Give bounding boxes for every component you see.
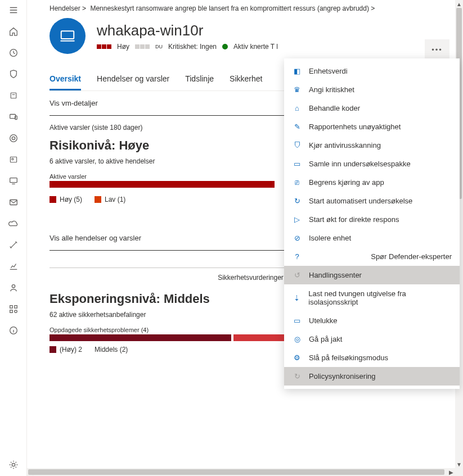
legend-color-low <box>95 196 101 203</box>
status-dot-icon <box>222 44 228 49</box>
menu-label: Last ned tvungen utgivelse fra isolasjon… <box>308 289 452 306</box>
legend-high: Høy (5) <box>60 196 82 203</box>
risk-indicator <box>97 44 111 49</box>
breadcrumb-item[interactable]: Hendelser > <box>50 4 86 12</box>
device-status-line: Høy DU Kritiskhet: Ingen Aktiv knerte T … <box>97 43 278 51</box>
settings-icon[interactable] <box>8 459 19 470</box>
svg-rect-1 <box>11 93 16 98</box>
play-icon: ▷ <box>292 215 302 224</box>
scroll-down-icon[interactable]: ▼ <box>455 460 463 468</box>
main-content: Hendelser > Menneskestyrt ransomware ang… <box>27 0 463 476</box>
crown-icon: ♛ <box>292 85 302 94</box>
sliders-icon: ⚙ <box>292 353 302 362</box>
devices-icon[interactable] <box>8 111 19 123</box>
apps-icon[interactable] <box>8 303 19 315</box>
package-icon[interactable] <box>8 90 19 101</box>
exposure-bar <box>50 334 291 341</box>
menu-label: Start automatisert undersøkelse <box>309 197 412 205</box>
menu-exclude[interactable]: ▭Utelukke <box>284 311 460 330</box>
breadcrumb-item[interactable]: Menneskestyrt ransomware angrep ble lans… <box>90 4 375 12</box>
device-name: whakapa-win10r <box>97 22 278 39</box>
question-icon: ? <box>292 252 302 261</box>
endpoint-icon[interactable] <box>8 175 19 187</box>
shield-icon[interactable] <box>8 69 19 80</box>
alerts-bar <box>50 181 275 188</box>
contact-icon[interactable] <box>8 154 19 165</box>
more-actions-button[interactable]: ••• <box>425 39 449 60</box>
svg-point-7 <box>11 158 13 160</box>
hamburger-icon[interactable] <box>8 4 19 16</box>
menu-troubleshoot-mode[interactable]: ⚙Slå på feilsøkingsmodus <box>284 348 460 367</box>
scroll-up-icon[interactable]: ▲ <box>455 0 463 8</box>
chart-icon[interactable] <box>8 261 19 272</box>
menu-action-center[interactable]: ↺Handlingssenter <box>284 266 460 284</box>
info-icon[interactable] <box>8 325 19 336</box>
menu-run-av-scan[interactable]: ⛉Kjør antivirusskanning <box>284 136 460 155</box>
legend-low: Lav (1) <box>105 196 125 203</box>
svg-rect-11 <box>10 306 12 309</box>
menu-device-value[interactable]: ◧Enhetsverdi <box>284 62 460 80</box>
exposure-legend-a: (Høy) 2 <box>60 346 82 353</box>
value-icon: ◧ <box>292 67 302 75</box>
svg-point-4 <box>10 135 17 142</box>
risk-label: Høy <box>117 43 129 51</box>
menu-report-inaccuracy[interactable]: ✎Rapportenhets unøyaktighet <box>284 117 460 136</box>
menu-manage-tags[interactable]: ⌂Behandle koder <box>284 99 460 117</box>
menu-set-criticality[interactable]: ♛Angi kritiskhet <box>284 80 460 99</box>
svg-rect-13 <box>10 310 12 313</box>
tab-events[interactable]: Hendelser og varsler <box>97 70 169 90</box>
tab-overview[interactable]: Oversikt <box>50 70 81 90</box>
menu-collect-package[interactable]: ▭Samle inn undersøkelsespakke <box>284 155 460 173</box>
menu-label: Gå på jakt <box>309 335 342 343</box>
menu-start-investigation[interactable]: ↻Start automatisert undersøkelse <box>284 192 460 210</box>
menu-live-response[interactable]: ▷Start økt for direkte respons <box>284 210 460 229</box>
status-text: Aktiv knerte T l <box>233 43 278 51</box>
sync-icon: ↻ <box>292 372 302 380</box>
menu-policy-sync[interactable]: ↻Policysynkronisering <box>284 367 460 386</box>
home-icon[interactable] <box>8 26 19 37</box>
svg-point-16 <box>12 463 15 466</box>
horizontal-scrollbar[interactable]: ◀ ▶ <box>27 468 455 476</box>
left-nav <box>0 0 27 476</box>
scroll-right-icon[interactable]: ▶ <box>447 468 455 476</box>
wand-icon[interactable] <box>8 239 19 251</box>
shield-icon: ⛉ <box>292 141 302 149</box>
menu-label: Begrens kjøring av app <box>309 178 384 187</box>
report-icon: ✎ <box>292 123 302 131</box>
menu-label: Slå på feilsøkingsmodus <box>309 353 388 362</box>
package-icon: ▭ <box>292 160 302 168</box>
user-icon[interactable] <box>8 282 19 293</box>
mail-icon[interactable] <box>8 197 19 208</box>
clock-icon[interactable] <box>8 47 19 58</box>
svg-rect-17 <box>61 31 74 39</box>
menu-go-hunt[interactable]: ◎Gå på jakt <box>284 330 460 348</box>
menu-ask-experts[interactable]: ?Spør Defender-eksperter <box>284 247 460 266</box>
menu-label: Start økt for direkte respons <box>309 215 399 224</box>
menu-label: Policysynkronisering <box>309 372 376 380</box>
tab-security[interactable]: Sikkerhet <box>230 70 262 90</box>
actions-dropdown: ◧Enhetsverdi ♛Angi kritiskhet ⌂Behandle … <box>284 58 460 389</box>
breadcrumb[interactable]: Hendelser > Menneskestyrt ransomware ang… <box>50 4 452 12</box>
menu-label: Kjør antivirusskanning <box>309 141 381 149</box>
svg-point-10 <box>12 285 15 288</box>
tab-timeline[interactable]: Tidslinje <box>185 70 214 90</box>
menu-isolate-device[interactable]: ⊘Isolere enhet <box>284 229 460 247</box>
exposure-legend-b: Middels (2) <box>95 346 128 353</box>
device-avatar-icon <box>50 18 86 54</box>
download-icon: ⇣ <box>292 294 302 302</box>
cloud-icon[interactable] <box>8 218 19 229</box>
monitor-icon: ▭ <box>292 316 302 325</box>
badge-icon[interactable] <box>8 133 19 144</box>
tag-icon: ⌂ <box>292 104 302 112</box>
scroll-thumb[interactable] <box>28 469 444 475</box>
svg-rect-9 <box>10 200 17 205</box>
menu-label: Enhetsverdi <box>309 67 348 75</box>
menu-restrict-app[interactable]: ⎚Begrens kjøring av app <box>284 173 460 192</box>
restrict-icon: ⎚ <box>292 178 302 187</box>
svg-rect-3 <box>15 116 17 119</box>
target-icon: ◎ <box>292 335 302 343</box>
menu-label: Utelukke <box>309 316 338 325</box>
du-badge: DU <box>155 44 163 49</box>
menu-download-script[interactable]: ⇣Last ned tvungen utgivelse fra isolasjo… <box>284 284 460 311</box>
exposure-indicator <box>135 44 150 49</box>
